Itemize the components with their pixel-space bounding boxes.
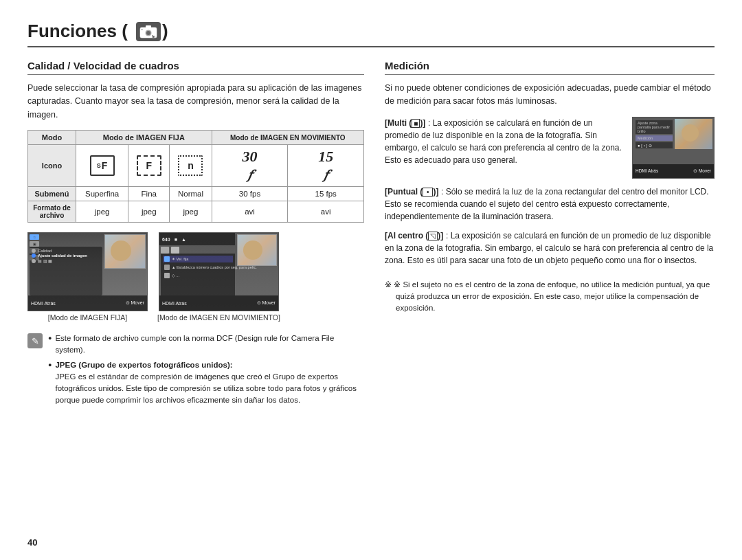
table-row-header-submenu: Submenú <box>28 187 76 201</box>
icon-superfina: SF <box>76 145 128 187</box>
page-container: Funciones ( fn ) Calidad / Velocidad de … <box>0 0 742 560</box>
note-icon: ✎ <box>27 333 43 348</box>
medicion-multi-screenshot: Ajuste zona pantalla para medir brillo M… <box>632 117 715 179</box>
right-column: Medición Si no puede obtener condiciones… <box>385 60 715 539</box>
table-row-header-formato: Formato de archivo <box>28 201 76 223</box>
screenshot-item-fija: ☆ ▣ ▤ ▥ Calidad <box>27 232 148 322</box>
page-title: Funciones ( <box>27 21 128 42</box>
note-item-2: JPEG (Grupo de expertos fotográficos uni… <box>48 359 364 407</box>
table-header-imagen-fija: Modo de IMAGEN FIJA <box>76 131 212 145</box>
camera-mode-icon: fn <box>136 22 161 41</box>
table-cell-30fps: 30 fps <box>212 187 288 201</box>
medicion-puntual-symbol: • <box>423 188 433 197</box>
left-section-heading: Calidad / Velocidad de cuadros <box>27 60 364 75</box>
table-cell-15fps: 15 fps <box>288 187 364 201</box>
table-cell-formato3: jpeg <box>170 201 212 223</box>
icon-30fps: 30𝑓 <box>212 145 288 187</box>
medicion-item-alcentro: [Al centro (◹)] : La exposición se calcu… <box>385 229 715 267</box>
quality-table: Modo Modo de IMAGEN FIJA Modo de IMAGEN … <box>27 130 364 223</box>
medicion-item-puntual: [Puntual ( • )] : Sólo se medirá la luz … <box>385 186 715 223</box>
table-cell-superfina: Superfina <box>76 187 128 201</box>
medicion-item-multi: [Multi (■)] : La exposición se calculará… <box>385 117 715 179</box>
medicion-alcentro-symbol: ◹ <box>428 232 438 240</box>
medicion-alcentro-label: [Al centro ( <box>385 231 428 240</box>
medicion-intro: Si no puede obtener condiciones de expos… <box>385 82 715 109</box>
medicion-warning: ※ ※ Si el sujeto no es el centro de la z… <box>385 279 715 315</box>
page-title-row: Funciones ( fn ) <box>27 21 715 47</box>
left-column: Calidad / Velocidad de cuadros Puede sel… <box>27 60 364 539</box>
table-cell-formato4: avi <box>212 201 288 223</box>
warning-text-content: ※ Si el sujeto no es el centro de la zon… <box>394 280 710 313</box>
medicion-items: [Multi (■)] : La exposición se calculará… <box>385 117 715 267</box>
screenshots-row: ☆ ▣ ▤ ▥ Calidad <box>27 232 364 322</box>
note-text-block: Este formato de archivo cumple con la no… <box>48 333 364 410</box>
icon-fina: F <box>128 145 170 187</box>
screenshot-fija: ☆ ▣ ▤ ▥ Calidad <box>27 232 148 311</box>
left-intro-text: Puede seleccionar la tasa de compresión … <box>27 82 364 122</box>
table-cell-formato1: jpeg <box>76 201 128 223</box>
note-section: ✎ Este formato de archivo cumple con la … <box>27 333 364 410</box>
screenshot-fija-label: [Modo de IMAGEN FIJA] <box>48 313 128 322</box>
two-col-layout: Calidad / Velocidad de cuadros Puede sel… <box>27 60 715 539</box>
medicion-puntual-label2: )] <box>433 187 438 197</box>
svg-text:fn: fn <box>152 34 155 38</box>
page-number: 40 <box>27 537 37 548</box>
page-title-close: ) <box>162 21 168 42</box>
screenshot-movimiento-label: [Modo de IMAGEN EN MOVIMIENTO] <box>157 313 280 322</box>
table-header-modo: Modo <box>28 131 76 145</box>
table-header-movimiento: Modo de IMAGEN EN MOVIMIENTO <box>212 131 363 145</box>
svg-rect-3 <box>146 25 151 28</box>
icon-15fps: 15𝑓 <box>288 145 364 187</box>
medicion-alcentro-label2: )] <box>438 231 443 240</box>
medicion-puntual-label: [Puntual ( <box>385 187 423 197</box>
icon-normal: n <box>170 145 212 187</box>
screenshot-item-movimiento: 640 ■ ▲ <box>157 232 280 322</box>
table-cell-formato5: avi <box>288 201 364 223</box>
svg-point-2 <box>146 31 150 35</box>
table-cell-fina: Fina <box>128 187 170 201</box>
table-row-header-icono: Icono <box>28 145 76 187</box>
medicion-multi-symbol: ■ <box>412 119 420 128</box>
table-cell-normal: Normal <box>170 187 212 201</box>
table-cell-formato2: jpeg <box>128 201 170 223</box>
medicion-multi-label: [Multi ( <box>385 118 412 128</box>
right-section-heading: Medición <box>385 60 715 75</box>
screenshot-movimiento: 640 ■ ▲ <box>159 232 279 311</box>
note-item-1: Este formato de archivo cumple con la no… <box>48 333 364 357</box>
svg-rect-4 <box>141 29 143 30</box>
medicion-multi-label2: )] <box>420 118 425 128</box>
